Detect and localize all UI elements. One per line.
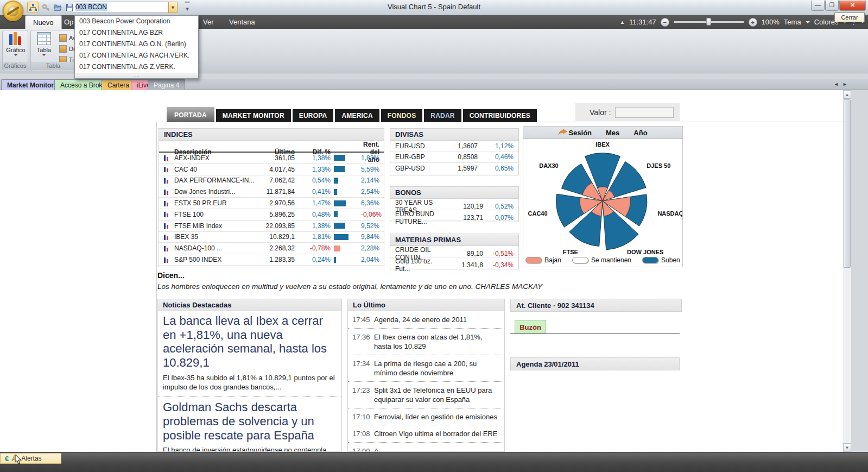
ribbon-tab-ver[interactable]: Ver — [195, 15, 221, 29]
buzon-tab[interactable]: Buzón — [515, 320, 546, 333]
news-text[interactable]: Ferrovial, líder en gestión de emisiones — [374, 412, 497, 422]
index-name[interactable]: NASDAQ-100 ... — [174, 244, 256, 252]
dropdown-more-indicator[interactable]: .... — [75, 73, 198, 78]
index-row[interactable]: AEX-INDEX 361,05 1,38% 1,83% — [159, 153, 384, 164]
bono-row[interactable]: 30 YEAR US TREAS... 120,19 0,52% — [390, 199, 518, 210]
price-chart-icon — [163, 223, 169, 229]
zoom-in-button[interactable]: + — [749, 18, 757, 27]
tab-scroll-left-icon[interactable]: ◄ — [833, 81, 840, 88]
news-list-item[interactable]: 17:23 Split 3x1 de Telefónica en EEUU pa… — [348, 382, 504, 408]
portal-tab-portada[interactable]: PORTADA — [167, 107, 214, 122]
portal-tab-america[interactable]: AMERICA — [335, 109, 379, 122]
news-headline-2[interactable]: Goldman Sachs descarta problemas de solv… — [158, 397, 341, 444]
symbol-dropdown-item[interactable]: 017 CONTINENTAL AG O.N. (Berlin) — [75, 39, 198, 50]
index-row[interactable]: ESTX 50 PR.EUR 2.970,56 1,47% 6,36% — [159, 198, 384, 209]
index-rent: 2,14% — [361, 177, 379, 184]
tabla-button[interactable]: Tabla — [32, 32, 56, 62]
portal-tab-europa[interactable]: EUROPA — [293, 109, 334, 122]
index-row[interactable]: CAC 40 4.017,45 1,33% 5,59% — [159, 164, 384, 175]
ribbon-tab-nuevo[interactable]: Nuevo — [25, 15, 62, 29]
news-time: 17:23 — [352, 386, 371, 405]
divisa-row[interactable]: EUR-USD 1,3607 1,12% — [390, 141, 518, 152]
index-row[interactable]: FTSE MIB Index 22.093,85 1,38% 9,52% — [159, 221, 384, 232]
index-name[interactable]: AEX-INDEX — [174, 154, 256, 162]
zoom-slider-thumb[interactable] — [706, 18, 711, 26]
ribbon-tab-ventana[interactable]: Ventana — [221, 15, 263, 29]
index-name[interactable]: Dow Jones Industri... — [174, 188, 256, 196]
alertas-tab[interactable]: € Alertas — [0, 453, 61, 464]
bono-name[interactable]: EURO BUND FUTURE... — [395, 210, 448, 225]
restore-button[interactable]: ❐ — [825, 1, 839, 11]
svg-text:FTSE: FTSE — [563, 249, 578, 255]
index-row[interactable]: DAX PERFORMANCE-IN... 7.062,42 0,54% 2,1… — [159, 175, 384, 187]
index-name[interactable]: FTSE 100 — [174, 211, 256, 218]
index-row[interactable]: Dow Jones Industri... 11.871,84 0,41% 2,… — [159, 186, 384, 198]
close-button[interactable]: ✕ — [839, 1, 866, 11]
app-logo[interactable] — [3, 1, 23, 21]
symbol-dropdown-item[interactable]: 003 Beacon Power Corporation — [75, 16, 198, 27]
group-label-graficos[interactable]: Gráficos — [3, 62, 28, 70]
divisa-row[interactable]: EUR-GBP 0,8508 0,46% — [390, 152, 518, 163]
zoom-slider[interactable] — [674, 21, 744, 23]
tema-caret-icon[interactable] — [806, 21, 810, 23]
news-text[interactable]: La prima de riesgo cae a 200, su mínimo … — [374, 359, 500, 378]
scrollbar-thumb[interactable] — [844, 99, 851, 268]
grafico-button[interactable]: Gráfico — [4, 32, 28, 62]
index-row[interactable]: NASDAQ-100 ... 2.268,32 -0,78% 2,28% — [159, 243, 384, 254]
news-list-item[interactable]: 17:34 La prima de riesgo cae a 200, su m… — [348, 355, 504, 382]
symbol-dropdown-item[interactable]: 017 CONTINENTAL AG NACH.VERK. — [75, 50, 198, 61]
portal-tab-radar[interactable]: RADAR — [424, 109, 461, 122]
tab-scroll-right-icon[interactable]: ► — [841, 81, 848, 88]
scroll-up-icon[interactable]: ▲ — [843, 90, 851, 99]
portal-tab-market-monitor[interactable]: MARKET MONITOR — [216, 109, 291, 122]
index-name[interactable]: FTSE MIB Index — [174, 222, 256, 230]
materia-row[interactable]: CRUDE OIL CONTIN... 89,10 -0,51% — [390, 246, 518, 257]
minimize-button[interactable]: — — [811, 1, 825, 11]
divisa-name[interactable]: EUR-USD — [395, 142, 445, 150]
index-row[interactable]: IBEX 35 10.829,1 1,81% 9,84% — [159, 232, 384, 243]
materia-name[interactable]: Gold 100 oz. Fut... — [395, 257, 448, 273]
portal-tab-fondos[interactable]: FONDOS — [381, 109, 423, 122]
workspace-tab-pagina4[interactable]: Página 4 — [148, 79, 185, 90]
index-row[interactable]: S&P 500 INDEX 1.283,35 0,24% 2,04% — [159, 254, 384, 266]
symbol-dropdown-item[interactable]: 017 CONTINENTAL AG Z.VERK. — [75, 61, 198, 73]
rose-tab-sesion[interactable]: Sesión — [558, 129, 592, 137]
divisa-name[interactable]: GBP-USD — [395, 165, 445, 172]
rose-tab-ano[interactable]: Año — [633, 129, 647, 137]
news-headline-1[interactable]: La banca lleva al Ibex a cerrar en +1,81… — [158, 311, 341, 372]
index-name[interactable]: S&P 500 INDEX — [174, 256, 256, 263]
bonos-panel: BONOS 30 YEAR US TREAS... 120,19 0,52% E… — [390, 186, 519, 222]
index-name[interactable]: ESTX 50 PR.EUR — [174, 199, 256, 207]
portal-tab-contribuidores[interactable]: CONTRIBUIDORES — [463, 109, 537, 122]
bono-row[interactable]: EURO BUND FUTURE... 123,71 0,07% — [390, 210, 518, 222]
news-text[interactable]: A… — [374, 446, 386, 452]
news-list-item[interactable]: 17:00 A… — [348, 443, 504, 452]
divisa-row[interactable]: GBP-USD 1,5997 0,65% — [390, 163, 518, 174]
workspace-tab-market-monitor[interactable]: Market Monitor — [1, 79, 60, 90]
zoom-out-button[interactable]: − — [661, 18, 669, 27]
index-name[interactable]: CAC 40 — [174, 166, 256, 173]
materia-row[interactable]: Gold 100 oz. Fut... 1.341,8 -0,34% — [390, 257, 518, 269]
index-row[interactable]: FTSE 100 5.896,25 0,48% -0,06% — [159, 209, 384, 221]
news-list-item[interactable]: 17:08 Citroen Vigo ultima el borrador de… — [348, 425, 504, 443]
divisa-name[interactable]: EUR-GBP — [395, 153, 445, 161]
group-label-tabla[interactable]: Tabla — [31, 62, 75, 70]
news-text[interactable]: Split 3x1 de Telefónica en EEUU para equ… — [374, 386, 500, 405]
scroll-down-icon[interactable]: ▼ — [843, 443, 851, 452]
news-text[interactable]: El Ibex cierra con alzas del 1,81%, hast… — [374, 332, 500, 351]
news-list-item[interactable]: 17:10 Ferrovial, líder en gestión de emi… — [348, 408, 504, 426]
news-text[interactable]: Citroen Vigo ultima el borrador del ERE — [374, 429, 497, 439]
index-name[interactable]: IBEX 35 — [174, 233, 256, 241]
workspace-tab-cartera[interactable]: Cartera — [102, 79, 135, 90]
dicen-heading: Dicen... — [157, 271, 185, 280]
valor-input[interactable] — [615, 107, 674, 118]
news-text[interactable]: Agenda, 24 de enero de 2011 — [374, 315, 467, 325]
symbol-dropdown-item[interactable]: 017 CONTINENTAL AG BZR — [75, 27, 198, 39]
tema-menu[interactable]: Tema — [784, 18, 801, 26]
news-list-item[interactable]: 17:36 El Ibex cierra con alzas del 1,81%… — [348, 329, 504, 355]
news-list-item[interactable]: 17:45 Agenda, 24 de enero de 2011 — [348, 311, 504, 329]
rose-tab-mes[interactable]: Mes — [606, 129, 619, 137]
collapse-ribbon-icon[interactable]: ▲ — [620, 20, 625, 25]
vertical-scrollbar[interactable]: ▲ ▼ — [843, 90, 851, 452]
index-name[interactable]: DAX PERFORMANCE-IN... — [174, 177, 256, 184]
